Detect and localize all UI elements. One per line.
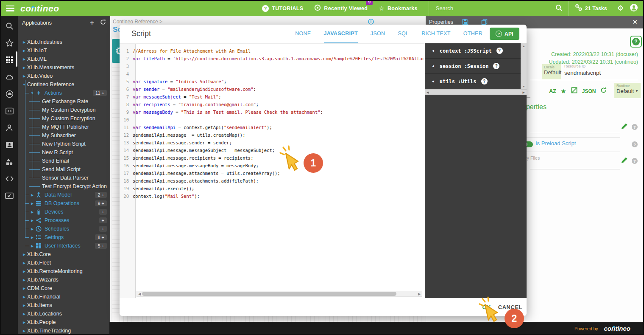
tree-item-badge[interactable]: 5 + <box>95 243 107 249</box>
expand-arrow-icon[interactable]: ▶ <box>21 321 27 324</box>
code-line[interactable]: 11var sendemailApi = context.getApi("sen… <box>120 124 425 131</box>
api-help-icon[interactable]: ? <box>481 78 488 84</box>
code-line[interactable]: 8var recipients = "training.contineo@gma… <box>120 101 425 108</box>
code-editor[interactable]: 1//Adrress for File Attachement with An … <box>120 43 425 298</box>
star-icon[interactable] <box>5 38 14 48</box>
expand-arrow-icon[interactable]: ▶ <box>21 66 27 70</box>
tree-item[interactable]: My Custom Decryption <box>18 106 110 114</box>
code-line[interactable]: 9var messageBody = "This is an Test emai… <box>120 108 425 116</box>
expand-arrow-icon[interactable]: ▶ <box>21 57 27 61</box>
expand-arrow-icon[interactable]: ▶ <box>21 278 27 282</box>
tab-other[interactable]: OTHER <box>463 25 482 43</box>
scroll-right-arrow[interactable]: ▶ <box>523 91 525 94</box>
edit-pencil-icon[interactable] <box>621 122 628 132</box>
recently-viewed-button[interactable]: Recently Viewed 9 <box>314 4 368 12</box>
tutorials-button[interactable]: ? TUTORIALS <box>262 5 303 12</box>
collapse-arrow-icon[interactable]: ◀ <box>432 64 434 68</box>
code-line[interactable]: 15sendemailApi.message.recipients = reci… <box>120 154 425 162</box>
expand-arrow-icon[interactable]: ▶ <box>21 261 27 265</box>
expand-arrow-icon[interactable]: ▶ <box>29 210 35 214</box>
expand-arrow-icon[interactable]: ▶ <box>21 49 27 53</box>
expand-arrow-icon[interactable]: ▼ <box>21 83 27 87</box>
favorite-star-icon[interactable]: ★ <box>560 87 566 95</box>
tab-sql[interactable]: SQL <box>398 25 409 43</box>
expand-arrow-icon[interactable]: ▶ <box>29 244 35 248</box>
tree-item[interactable]: New R Script <box>18 148 110 157</box>
api-object-utils[interactable]: ◀utils :Utils? <box>425 74 521 89</box>
api-button[interactable]: ? API <box>490 28 519 40</box>
panel-help-button[interactable]: ? <box>630 36 642 48</box>
search-icon[interactable] <box>5 21 14 31</box>
edit-pencil-icon[interactable] <box>621 156 628 166</box>
settings-gear-icon[interactable]: ⚙ <box>617 4 624 13</box>
tree-item[interactable]: ▶Data Model2 + <box>18 191 110 199</box>
tree-item[interactable]: ▶DB Operations9 + <box>18 199 110 208</box>
scroll-up-arrow[interactable]: ▲ <box>522 45 525 48</box>
tree-item[interactable]: Send Mail Script <box>18 165 110 174</box>
no-preview-icon[interactable] <box>571 87 577 95</box>
search-input[interactable]: Search <box>429 1 569 16</box>
tree-item[interactable]: Test Encrypt Decrypt Action <box>18 182 110 191</box>
code-line[interactable]: 19sendemailApi.execute(); <box>120 185 425 192</box>
runtime-select[interactable]: Runtime Default ▼ <box>614 83 641 98</box>
tree-item[interactable]: Sensor Data Parser <box>18 174 110 182</box>
vertical-scrollbar[interactable]: ▲ ▼ <box>521 43 527 89</box>
expand-arrow-icon[interactable]: ▶ <box>21 40 27 44</box>
code-line[interactable]: 7var messageSubject = "Test Mail"; <box>120 93 425 101</box>
expand-arrow-icon[interactable]: ▶ <box>21 312 27 316</box>
collapse-arrow-icon[interactable]: ◀ <box>432 79 434 83</box>
code-line[interactable]: 1//Adrress for File Attachement with An … <box>120 47 425 55</box>
code-line[interactable]: 20context.log("Mail Sent"); <box>120 192 425 200</box>
tree-item[interactable]: My MQTT Publisher <box>18 123 110 131</box>
code-line[interactable]: 2var filePath = 'https://contineo-docume… <box>120 55 425 62</box>
tree-item[interactable]: ▶Settings8 + <box>18 233 110 242</box>
field-help-icon[interactable]: ? <box>632 124 638 130</box>
tree-item[interactable]: ▶XLib.Financial <box>18 293 110 301</box>
tree-item-badge[interactable]: 2 + <box>95 192 107 198</box>
tree-item[interactable]: ▼Contineo Reference <box>18 80 110 89</box>
expand-arrow-icon[interactable]: ▶ <box>29 219 35 222</box>
code-line[interactable]: 4 <box>120 70 425 78</box>
expand-arrow-icon[interactable]: ▶ <box>29 202 35 206</box>
tree-item[interactable]: ▶XLib.Items <box>18 301 110 310</box>
code-line[interactable]: 16sendemailApi.message.messageBody = mes… <box>120 162 425 169</box>
tree-item[interactable]: ▶XLib.TimeTracking <box>18 327 110 334</box>
search-icon[interactable] <box>555 4 563 13</box>
scrollbar-thumb[interactable] <box>142 292 396 296</box>
cloud-icon[interactable] <box>5 72 14 82</box>
expand-arrow-icon[interactable]: ▶ <box>21 270 27 273</box>
tree-item[interactable]: ▶User Interfaces5 + <box>18 242 110 250</box>
tree-item[interactable]: Get Exchange Rate <box>18 97 110 106</box>
scroll-left-arrow[interactable]: ◀ <box>427 91 429 94</box>
field-help-icon[interactable]: ? <box>632 158 638 164</box>
tree-item[interactable]: ▶XLib.People <box>18 318 110 327</box>
tree-item[interactable]: ▶Schedules+ <box>18 225 110 233</box>
cloud-circle-icon[interactable] <box>5 89 14 99</box>
tree-item[interactable]: ▶XLib.Video <box>18 72 110 80</box>
code-line[interactable]: 17sendemailApi.message.attachments = uti… <box>120 169 425 177</box>
tree-item[interactable]: ▶Processes+ <box>18 216 110 225</box>
tree-item[interactable]: My Custom Encryption <box>18 114 110 123</box>
scroll-down-arrow[interactable]: ▼ <box>522 85 525 88</box>
tab-rich-text[interactable]: RICH TEXT <box>421 25 450 43</box>
api-help-icon[interactable]: ? <box>496 48 503 54</box>
tree-item-badge[interactable]: 8 + <box>95 234 107 240</box>
expand-arrow-icon[interactable]: ▶ <box>21 304 27 307</box>
expand-arrow-icon[interactable]: ▶ <box>21 253 27 256</box>
apps-grid-icon[interactable] <box>5 55 14 65</box>
tree-item[interactable]: ▶XLib.Locations <box>18 310 110 318</box>
tree-item[interactable]: ▶XLib.Fleet <box>18 259 110 267</box>
add-application-button[interactable]: + <box>90 19 94 26</box>
breadcrumb[interactable]: Contineo Reference > <box>113 19 162 25</box>
tree-item[interactable]: New Python Script <box>18 140 110 148</box>
code-block-icon[interactable] <box>5 106 14 115</box>
tree-item[interactable]: My Subscriber <box>18 131 110 140</box>
expand-arrow-icon[interactable]: ▼ <box>29 91 35 95</box>
tab-json[interactable]: JSON <box>371 25 385 43</box>
code-line[interactable]: 10 <box>120 116 425 124</box>
api-object-context[interactable]: ◀context :JSScript? <box>425 43 521 59</box>
tree-item[interactable]: ▶XLib.RemoteMonitoring <box>18 267 110 276</box>
tree-item[interactable]: ▼Actions11 + <box>18 89 110 97</box>
shapes-icon[interactable] <box>5 157 14 166</box>
tree-item[interactable]: ▶Devices+ <box>18 208 110 216</box>
